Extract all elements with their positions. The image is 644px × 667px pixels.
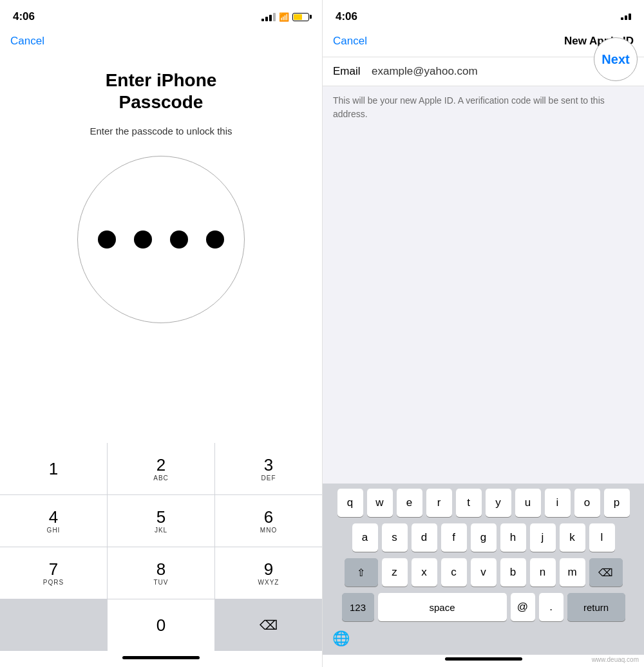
key-k[interactable]: k	[560, 523, 585, 552]
numpad-key-7[interactable]: 7 PQRS	[0, 547, 107, 599]
key-l[interactable]: l	[589, 523, 615, 552]
numpad-key-6[interactable]: 6 MNO	[215, 495, 322, 547]
numpad-letters-3: DEF	[261, 474, 276, 482]
numpad-num-7: 7	[49, 561, 58, 578]
key-c[interactable]: c	[441, 558, 467, 587]
left-home-bar	[122, 656, 200, 659]
key-u[interactable]: u	[515, 489, 541, 517]
right-panel: 4:06 Cancel New Apple ID Next Email exam…	[322, 0, 644, 667]
left-nav-bar: Cancel	[0, 28, 322, 57]
numpad-delete-key[interactable]: ⌫	[215, 599, 322, 651]
key-i[interactable]: i	[545, 489, 571, 517]
key-e[interactable]: e	[397, 489, 422, 517]
numpad-letters-2: ABC	[153, 474, 169, 482]
key-f[interactable]: f	[441, 523, 467, 552]
passcode-dot-3	[170, 230, 188, 249]
passcode-title: Enter iPhonePasscode	[106, 70, 217, 113]
right-nav-bar: Cancel New Apple ID Next	[323, 28, 644, 57]
key-b[interactable]: b	[500, 558, 526, 587]
right-home-bar	[445, 657, 522, 661]
key-h[interactable]: h	[500, 523, 526, 552]
globe-row: 🌐	[325, 628, 642, 652]
numpad-num-2: 2	[156, 456, 166, 473]
email-label: Email	[333, 65, 365, 78]
numpad-num-9: 9	[264, 561, 273, 578]
return-key[interactable]: return	[567, 593, 625, 621]
numpad-letters-7: PQRS	[43, 579, 64, 586]
key-g[interactable]: g	[471, 523, 497, 552]
numpad-num-5: 5	[156, 509, 166, 525]
numpad-num-1: 1	[49, 460, 58, 477]
numpad-num-3: 3	[264, 456, 273, 473]
right-signal-bar-3	[629, 14, 631, 20]
info-text: This will be your new Apple ID. A verifi…	[333, 94, 634, 121]
numpad-letters-4: GHI	[47, 527, 61, 534]
shift-key[interactable]: ⇧	[345, 558, 378, 587]
numpad-key-5[interactable]: 5 JKL	[108, 495, 214, 547]
key-v[interactable]: v	[471, 558, 497, 587]
numpad-key-0[interactable]: 0	[108, 599, 214, 651]
key-q[interactable]: q	[337, 489, 363, 517]
signal-icon	[261, 13, 276, 21]
globe-icon[interactable]: 🌐	[332, 630, 350, 647]
right-cancel-button[interactable]: Cancel	[333, 35, 367, 48]
numpad-letters-9: WXYZ	[258, 579, 279, 586]
signal-bar-4	[273, 13, 276, 21]
left-panel: 4:06 📶 Cancel Enter iPhonePasscode Enter…	[0, 0, 322, 667]
left-status-bar: 4:06 📶	[0, 0, 322, 28]
key-p[interactable]: p	[604, 489, 630, 517]
numpad-key-8[interactable]: 8 TUV	[108, 547, 214, 599]
passcode-dot-4	[206, 230, 224, 249]
key-d[interactable]: d	[412, 523, 437, 552]
numpad-key-9[interactable]: 9 WXYZ	[215, 547, 322, 599]
numpad-key-2[interactable]: 2 ABC	[108, 443, 214, 494]
key-m[interactable]: m	[560, 558, 585, 587]
right-signal-icon	[621, 14, 631, 20]
left-status-icons: 📶	[261, 12, 309, 22]
numpad-key-4[interactable]: 4 GHI	[0, 495, 107, 547]
dot-key[interactable]: .	[539, 593, 564, 621]
wifi-icon: 📶	[279, 12, 289, 22]
passcode-subtitle: Enter the passcode to unlock this	[90, 126, 232, 136]
left-home-indicator	[0, 651, 322, 667]
email-value: example@yahoo.com	[372, 65, 478, 78]
passcode-dot-2	[134, 230, 152, 249]
right-time: 4:06	[336, 10, 357, 23]
battery-fill	[294, 14, 302, 20]
key-o[interactable]: o	[574, 489, 600, 517]
key-z[interactable]: z	[382, 558, 408, 587]
key-r[interactable]: r	[426, 489, 452, 517]
left-cancel-button[interactable]: Cancel	[10, 35, 44, 48]
passcode-content: Enter iPhonePasscode Enter the passcode …	[0, 57, 322, 443]
key-y[interactable]: y	[486, 489, 511, 517]
left-time: 4:06	[13, 10, 35, 23]
numpad-key-empty	[0, 599, 107, 651]
key-n[interactable]: n	[530, 558, 556, 587]
key-j[interactable]: j	[530, 523, 556, 552]
keyboard-row-1: q w e r t y u i o p	[325, 489, 642, 517]
right-signal-bar-2	[625, 15, 627, 20]
key-s[interactable]: s	[382, 523, 408, 552]
info-text-box: This will be your new Apple ID. A verifi…	[323, 86, 644, 484]
kb-delete-key[interactable]: ⌫	[589, 558, 623, 587]
key-t[interactable]: t	[456, 489, 482, 517]
signal-bar-3	[269, 15, 272, 21]
numpad-key-3[interactable]: 3 DEF	[215, 443, 322, 494]
next-button-label: Next	[601, 52, 629, 67]
battery-icon	[292, 13, 309, 21]
numpad-letters-6: MNO	[260, 527, 277, 534]
space-key[interactable]: space	[378, 593, 507, 621]
key-x[interactable]: x	[412, 558, 437, 587]
watermark: www.deuaq.com	[592, 656, 639, 663]
next-button[interactable]: Next	[594, 37, 638, 81]
numpad-key-1[interactable]: 1	[0, 443, 107, 494]
numpad-letters-8: TUV	[154, 579, 169, 586]
numpad-num-8: 8	[156, 561, 166, 578]
key-w[interactable]: w	[367, 489, 393, 517]
keyboard-row-3: ⇧ z x c v b n m ⌫	[325, 558, 642, 587]
numpad: 1 2 ABC 3 DEF 4 GHI 5 JKL 6 MNO 7 PQRS 8	[0, 443, 322, 651]
passcode-dot-1	[98, 230, 116, 249]
num-key[interactable]: 123	[342, 593, 374, 621]
at-key[interactable]: @	[511, 593, 535, 621]
key-a[interactable]: a	[352, 523, 378, 552]
